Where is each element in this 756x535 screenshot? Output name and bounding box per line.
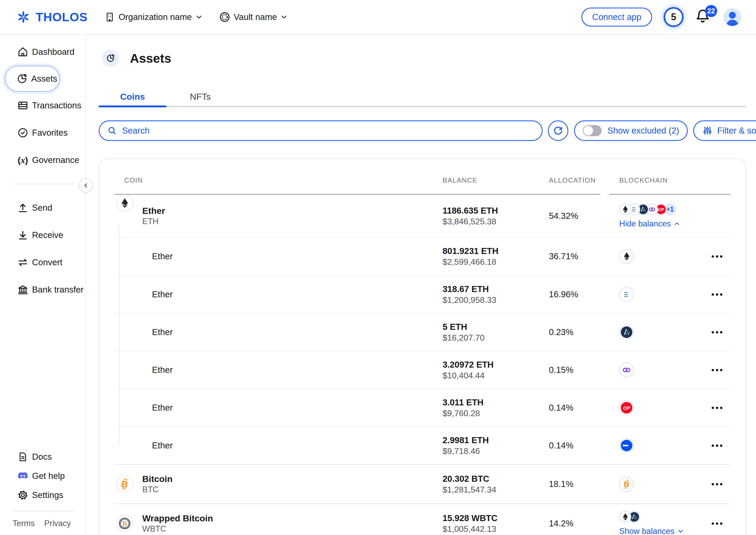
chevron-up-icon	[674, 221, 680, 227]
convert-arrows-icon	[17, 256, 29, 268]
allocation-cell: 0.23%	[549, 327, 610, 337]
row-menu-button[interactable]	[712, 483, 722, 485]
optimism-icon	[619, 400, 634, 415]
sidebar-item-dashboard[interactable]: Dashboard	[0, 38, 86, 66]
balance-cell: 318.67 ETH $1,200,958.33	[443, 284, 549, 305]
row-menu-button[interactable]	[712, 369, 722, 371]
sidebar-item-governance[interactable]: (x) Governance	[0, 146, 86, 174]
ethereum-icon	[619, 249, 634, 264]
balance-cell: 5 ETH $16,207.70	[443, 322, 549, 343]
sliders-icon	[703, 126, 712, 136]
row-menu-button[interactable]	[712, 293, 722, 296]
ether-coin-icon	[116, 194, 133, 212]
notification-count-badge: 22	[705, 5, 717, 17]
balance-cell: 1186.635 ETH $3,846,525.38	[443, 205, 549, 227]
sidebar-item-receive[interactable]: Receive	[0, 221, 86, 249]
show-balances-link[interactable]: Show balances	[619, 527, 684, 535]
page-title: Assets	[130, 51, 171, 66]
column-header-blockchain: BLOCKCHAIN	[610, 176, 730, 184]
search-input[interactable]	[122, 126, 534, 136]
sidebar-item-bank-transfer[interactable]: Bank transfer	[0, 276, 86, 303]
home-icon	[17, 46, 29, 58]
chevron-left-icon	[83, 183, 89, 188]
arbitrum-icon	[619, 325, 634, 340]
user-avatar[interactable]	[723, 8, 741, 26]
balance-cell: 20.302 BTC $1,281,547.34	[443, 473, 549, 495]
table-row-ether-base[interactable]: Ether 2.9981 ETH $9,718.46 0.14%	[114, 426, 730, 464]
table-row-bitcoin[interactable]: Bitcoin BTC 20.302 BTC $1,281,547.34 18.…	[114, 464, 730, 503]
badge-check-icon	[17, 127, 29, 139]
governance-x-icon: (x)	[17, 154, 29, 166]
subrow-connector-line	[119, 225, 119, 445]
brand-logo[interactable]: THOLOS	[16, 10, 88, 25]
row-menu-button[interactable]	[712, 444, 722, 447]
table-row-ether-optimism[interactable]: Ether 3.011 ETH $9,760.28 0.14%	[114, 389, 730, 426]
avatar-person-icon	[729, 12, 736, 19]
hide-balances-link[interactable]: Hide balances	[619, 219, 680, 229]
column-header-coin: COIN	[114, 176, 443, 184]
column-header-balance: BALANCE	[443, 176, 549, 184]
table-row-ether-solana[interactable]: Ether 318.67 ETH $1,200,958.33 16.96%	[114, 275, 730, 313]
table-row-wrapped-bitcoin[interactable]: Wrapped Bitcoin WBTC 15.928 WBTC $1,005,…	[114, 503, 730, 535]
receive-arrow-icon	[17, 229, 29, 241]
show-excluded-control: Show excluded (2)	[574, 121, 688, 141]
table-row-ether-ethereum[interactable]: Ether 801.9231 ETH $2,599,466.18 36.71%	[114, 238, 730, 275]
row-menu-button[interactable]	[712, 522, 722, 525]
terms-link[interactable]: Terms	[13, 519, 35, 535]
sidebar-item-assets[interactable]: Assets	[5, 66, 60, 92]
allocation-cell: 36.71%	[549, 251, 610, 261]
row-menu-button[interactable]	[712, 331, 722, 333]
building-icon	[104, 12, 115, 22]
tab-nfts[interactable]: NFTs	[166, 87, 234, 106]
refresh-icon	[553, 126, 563, 136]
allocation-cell: 16.96%	[549, 290, 610, 299]
connect-app-button[interactable]: Connect app	[581, 8, 652, 26]
pending-queue-count: 5	[671, 12, 676, 22]
vault-selector[interactable]: Vault name	[219, 12, 287, 22]
table-row-ether-arbitrum[interactable]: Ether 5 ETH $16,207.70 0.23%	[114, 313, 730, 351]
blockchain-icons: +1	[619, 203, 680, 215]
polygon-icon	[619, 363, 634, 377]
sidebar-item-settings[interactable]: Settings	[0, 485, 86, 505]
balance-cell: 3.20972 ETH $10,404.44	[443, 359, 549, 381]
filter-sort-button[interactable]: Filter & sort	[693, 121, 756, 141]
organization-selector[interactable]: Organization name	[104, 12, 202, 22]
sidebar-item-convert[interactable]: Convert	[0, 249, 86, 276]
ethereum-icon	[619, 511, 631, 523]
sidebar-collapse-button[interactable]	[79, 179, 93, 193]
pending-queue-button[interactable]: 5	[664, 7, 683, 27]
notifications-button[interactable]: 22	[695, 9, 712, 25]
coin-name: Bitcoin	[142, 473, 172, 484]
show-excluded-toggle[interactable]	[583, 125, 602, 136]
balance-cell: 3.011 ETH $9,760.28	[443, 397, 549, 418]
chevron-down-icon	[195, 14, 202, 20]
sidebar-item-send[interactable]: Send	[0, 194, 86, 221]
coin-ticker: ETH	[142, 216, 165, 227]
table-row-ether-group[interactable]: Ether ETH 1186.635 ETH $3,846,525.38 54.…	[114, 195, 730, 237]
pie-chart-icon	[16, 73, 28, 85]
allocation-cell: 0.14%	[549, 403, 610, 413]
allocation-cell: 54.32%	[549, 211, 610, 221]
row-menu-button[interactable]	[712, 255, 722, 258]
search-bar[interactable]	[99, 121, 542, 141]
tab-coins[interactable]: Coins	[99, 87, 166, 106]
search-icon	[107, 126, 117, 135]
table-row-ether-polygon[interactable]: Ether 3.20972 ETH $10,404.44 0.15%	[114, 351, 730, 389]
balance-cell: 15.928 WBTC $1,005,442.13	[443, 513, 549, 534]
sidebar-item-favorites[interactable]: Favorites	[0, 119, 86, 146]
bitcoin-icon	[619, 477, 634, 492]
table-header-row: COIN BALANCE ALLOCATION BLOCKCHAIN	[114, 159, 730, 194]
allocation-cell: 0.14%	[549, 440, 610, 451]
sidebar-item-docs[interactable]: Docs	[0, 447, 86, 466]
sidebar-item-transactions[interactable]: Transactions	[0, 92, 86, 119]
page-icon-badge	[102, 50, 119, 67]
privacy-link[interactable]: Privacy	[44, 519, 71, 535]
refresh-button[interactable]	[548, 121, 568, 141]
pie-chart-icon	[106, 53, 115, 63]
chevron-down-icon	[678, 528, 684, 534]
row-menu-button[interactable]	[712, 407, 722, 409]
coin-ticker: WBTC	[142, 524, 213, 534]
sidebar-item-get-help[interactable]: Get help	[0, 466, 86, 485]
ethereum-icon	[619, 203, 631, 215]
blockchain-icons	[619, 511, 684, 523]
